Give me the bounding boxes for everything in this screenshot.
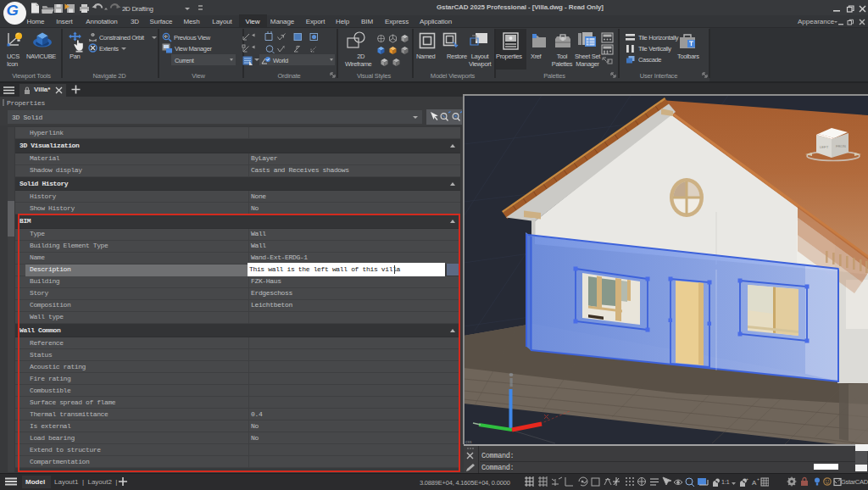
svg-text:FRON: FRON	[836, 144, 846, 148]
svg-text:+: +	[746, 476, 748, 482]
svg-text:+: +	[757, 476, 760, 482]
svg-text:LEFT: LEFT	[820, 145, 829, 149]
svg-text:1:1: 1:1	[721, 479, 730, 485]
